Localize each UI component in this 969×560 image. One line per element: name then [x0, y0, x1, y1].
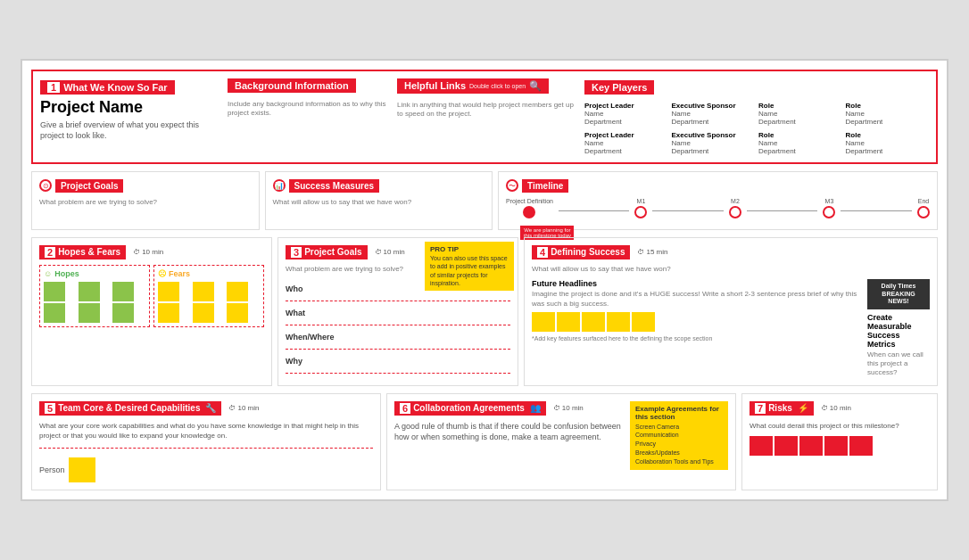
section1-banner: 1 What We Know So Far Project Name Give … — [31, 70, 938, 164]
hopes-fears-timer: ⏱ 10 min — [133, 248, 163, 256]
hopes-fears-grid: ☺ Hopes ☹ Fears — [39, 265, 264, 327]
m3-label: M3 — [825, 198, 834, 204]
hopes-fears-label: Hopes & Fears — [58, 247, 120, 257]
key-players-badge: Key Players — [584, 80, 654, 95]
timeline-line-1 — [559, 210, 630, 211]
kp-role-3: Role — [846, 102, 930, 110]
team-core-person-area: Person — [39, 448, 373, 482]
future-headlines-left: Future Headlines Imagine the project is … — [532, 279, 862, 377]
warning-icon: ⚡ — [798, 403, 808, 413]
kp-name-6: Name — [758, 139, 842, 147]
main-container: 1 What We Know So Far Project Name Give … — [21, 59, 948, 501]
tool-icon: 🔧 — [205, 403, 216, 413]
goals-row-what: What — [286, 301, 510, 325]
team-core-timer: ⏱ 10 min — [228, 404, 259, 412]
team-core-label: Team Core & Desired Capabilities — [58, 403, 200, 413]
kp-dept-0: Department — [584, 118, 668, 126]
news: NEWS! — [871, 298, 926, 305]
kp-role-5: Executive Sponsor — [672, 131, 756, 139]
team-core-header: 5 Team Core & Desired Capabilities 🔧 ⏱ 1… — [39, 401, 373, 416]
risks-desc: What could derail this project or this m… — [750, 421, 930, 431]
row3: 2 Hopes & Fears ⏱ 10 min ☺ Hopes — [31, 237, 938, 386]
card-project-goals-2: 3 Project Goals ⏱ 10 min PRO TIP You can… — [277, 237, 518, 386]
happy-icon: ☺ — [44, 269, 52, 278]
kp-col-0: Project Leader Name Department Project L… — [584, 102, 668, 155]
kp-dept-6: Department — [758, 147, 842, 155]
fears-col: ☹ Fears — [153, 265, 264, 327]
success-measures-badge: Success Measures — [289, 179, 380, 193]
kp-name-2: Name — [758, 110, 842, 118]
kp-role-7: Role — [846, 131, 930, 139]
goals2-timer: ⏱ 10 min — [375, 248, 405, 256]
example-item-5: Collaboration Tools and Tips — [635, 457, 723, 466]
goals-row-where: When/Where — [286, 325, 510, 350]
pro-tip: PRO TIP You can also use this space to a… — [425, 242, 514, 291]
hopes-fears-number: 2 — [45, 247, 55, 258]
create-metrics-label: Create Measurable Success Metrics — [867, 313, 930, 349]
kp-role-2: Role — [758, 102, 842, 110]
risks-badge: 7 Risks ⚡ — [750, 401, 814, 416]
example-agreements-box: Example Agreements for this section Scre… — [630, 401, 728, 470]
search-icon: 🔍 — [529, 80, 542, 92]
kp-dept-5: Department — [672, 147, 756, 155]
kp-col-3: Role Name Department Role Name Departmen… — [846, 102, 930, 155]
example-items: Screen Camera Communication Privacy Brea… — [635, 423, 723, 466]
daily-times: Daily Times — [871, 283, 926, 290]
row2: ⊙ Project Goals What problem are we tryi… — [31, 171, 938, 230]
kp-role-1: Executive Sponsor — [672, 102, 756, 110]
example-item-3: Privacy — [635, 440, 723, 449]
bg-info-desc: Include any background information as to… — [228, 100, 388, 119]
milestone-m2: M2 — [729, 198, 741, 218]
success-measures-label: Success Measures — [294, 181, 375, 191]
timeline-badge: Timeline — [522, 179, 568, 193]
risk-stickies — [750, 436, 930, 456]
card-collaboration: 6 Collaboration Agreements 👥 ⏱ 10 min A … — [386, 393, 736, 490]
kp-name-0: Name — [584, 110, 668, 118]
hope-sticky-3 — [112, 282, 134, 301]
hopes-fears-header: 2 Hopes & Fears ⏱ 10 min — [39, 245, 264, 259]
success-measures-header: 📊 Success Measures — [273, 179, 485, 193]
goals2-label: Project Goals — [304, 247, 361, 257]
helpful-links-desc: Link in anything that would help project… — [397, 101, 576, 119]
defining-success-label: Defining Success — [551, 247, 625, 257]
timeline-line-4 — [841, 210, 912, 211]
fut-sticky-3 — [582, 312, 605, 332]
kp-name-7: Name — [846, 139, 930, 147]
milestone-project-def: Project Definition We are planning for t… — [506, 198, 553, 222]
card-success-measures: 📊 Success Measures What will allow us to… — [265, 171, 493, 230]
helpful-links-sub: Double click to open — [469, 83, 526, 89]
hope-sticky-2 — [79, 282, 100, 301]
fears-header: ☹ Fears — [158, 269, 260, 278]
timeline-line-3 — [747, 210, 818, 211]
kp-name-1: Name — [672, 110, 756, 118]
helpful-links-label: Helpful Links — [404, 80, 466, 91]
kp-name-3: Name — [846, 110, 930, 118]
fut-sticky-5 — [632, 312, 655, 332]
future-headlines-desc: Imagine the project is done and it's a H… — [532, 290, 862, 309]
metrics-note1: *Add key features surfaced here to the d… — [532, 335, 862, 342]
hope-sticky-5 — [79, 303, 100, 323]
create-metrics-desc: When can we call this project a success? — [867, 350, 930, 378]
kp-role-6: Role — [758, 131, 842, 139]
project-goals-label: Project Goals — [61, 181, 118, 191]
team-core-badge: 5 Team Core & Desired Capabilities 🔧 — [39, 401, 221, 416]
example-title: Example Agreements for this section — [635, 405, 723, 421]
section1-number: 1 — [47, 82, 60, 93]
kp-col-1: Executive Sponsor Name Department Execut… — [672, 102, 756, 155]
collab-desc: A good rule of thumb is that if there co… — [394, 421, 625, 443]
section1-badge: 1 What We Know So Far — [40, 80, 175, 95]
m2-label: M2 — [731, 198, 740, 204]
helpful-links-badge: Helpful Links Double click to open 🔍 — [397, 78, 549, 94]
defining-success-timer: ⏱ 15 min — [637, 248, 667, 256]
hopes-stickies — [44, 282, 145, 323]
defining-success-badge: 4 Defining Success — [532, 245, 630, 259]
breaking-news: Daily Times BREAKING NEWS! — [867, 279, 930, 309]
kp-name-4: Name — [584, 139, 668, 147]
goals-row-why: Why — [286, 350, 510, 374]
kp-name-5: Name — [672, 139, 756, 147]
defining-success-number: 4 — [537, 247, 548, 258]
project-goals-badge: Project Goals — [55, 179, 123, 193]
section1-left: 1 What We Know So Far Project Name Give … — [40, 78, 219, 155]
fut-sticky-1 — [532, 312, 555, 332]
target-icon: ⊙ — [39, 179, 52, 192]
